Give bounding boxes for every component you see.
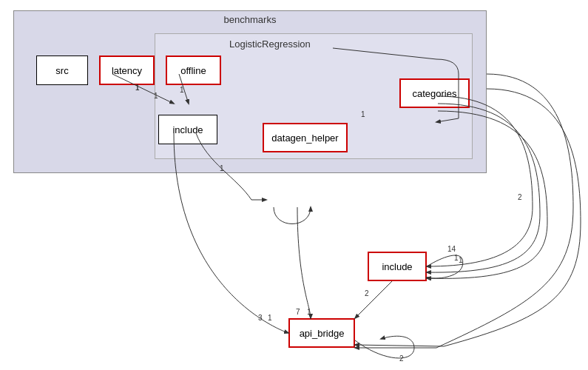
diagram-container: benchmarks LogisticRegression categories… — [0, 0, 588, 370]
svg-text:1: 1 — [454, 254, 459, 262]
svg-text:3: 3 — [258, 314, 263, 322]
svg-text:1: 1 — [361, 110, 365, 118]
svg-text:1: 1 — [307, 308, 311, 316]
svg-text:1: 1 — [154, 92, 158, 100]
svg-text:2: 2 — [518, 193, 522, 201]
svg-text:2: 2 — [399, 354, 404, 363]
svg-text:1: 1 — [180, 86, 184, 94]
svg-text:1: 1 — [135, 84, 140, 92]
arrows-svg: 1 1 1 1 1 1 2 14 1 1 3 7 1 2 — [0, 0, 588, 370]
svg-text:14: 14 — [447, 245, 456, 253]
svg-text:1: 1 — [220, 164, 224, 172]
svg-text:1: 1 — [268, 314, 272, 322]
svg-text:2: 2 — [365, 289, 369, 297]
svg-text:7: 7 — [296, 308, 300, 316]
